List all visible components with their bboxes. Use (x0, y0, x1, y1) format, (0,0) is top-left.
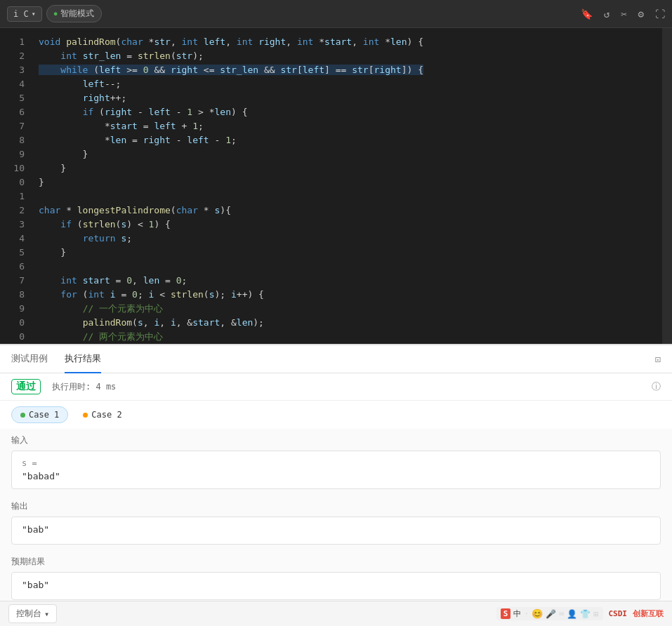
bottom-panel: 测试用例 执行结果 ⊡ 通过 执行用时: 4 ms ⓘ Case 1 Case … (0, 344, 672, 626)
expected-section: 预期结果 "bab" (0, 550, 672, 601)
bottom-footer: 控制台 ▾ S 中 · 😊 🎤 ⌨ 👤 👕 ⊞ CSDI 创新互联 (0, 601, 672, 626)
ime-toolbar: S 中 · 😊 🎤 ⌨ 👤 👕 ⊞ (496, 607, 603, 620)
code-line-11: } (39, 177, 44, 187)
csdi-logo: CSDI (609, 609, 628, 618)
panel-content: 通过 执行用时: 4 ms ⓘ Case 1 Case 2 输入 s = "ba… (0, 373, 672, 601)
case-tabs: Case 1 Case 2 (0, 401, 672, 429)
code-line-9: } (39, 149, 88, 159)
case-1-label: Case 1 (29, 410, 59, 420)
panel-tabs: 测试用例 执行结果 ⊡ (0, 345, 672, 373)
ime-person-icon: 👤 (567, 609, 577, 619)
ime-dot-icon: · (524, 609, 529, 618)
chuanxin-logo: 创新互联 (633, 608, 664, 619)
code-line-4: left--; (39, 79, 121, 89)
smart-mode-button[interactable]: 智能模式 (46, 5, 102, 22)
expected-value: "bab" (22, 580, 650, 590)
expand-icon[interactable]: ⛶ (655, 8, 665, 20)
scissors-icon[interactable]: ✂ (621, 8, 626, 20)
expected-label: 预期结果 (11, 556, 661, 568)
ime-shirt-icon: 👕 (580, 609, 591, 619)
chevron-down-icon: ▾ (32, 10, 36, 18)
ime-keyboard-icon: ⌨ (559, 609, 564, 619)
console-button[interactable]: 控制台 ▾ (8, 604, 57, 623)
status-bar: 通过 执行用时: 4 ms ⓘ (0, 373, 672, 401)
output-box: "bab" (11, 517, 661, 545)
tab-execution-result[interactable]: 执行结果 (65, 345, 101, 373)
toolbar: i C ▾ 智能模式 🔖 ↺ ✂ ⚙ ⛶ (0, 0, 672, 28)
code-line-1: void palindRom(char *str, int left, int … (39, 36, 423, 47)
console-label: 控制台 (16, 608, 41, 620)
code-line-19: for (int i = 0; i < strlen(s); i++) { (39, 289, 264, 300)
code-line-3: while (left >= 0 && right <= str_len && … (39, 65, 423, 75)
code-line-14: if (strlen(s) < 1) { (39, 219, 171, 229)
execution-time: 执行用时: 4 ms (52, 381, 116, 393)
editor-area: 1 2 3 4 5 6 7 8 9 10 0 1 2 3 4 5 6 7 8 9… (0, 28, 672, 344)
editor-scrollbar[interactable] (662, 28, 672, 344)
bookmark-icon[interactable]: 🔖 (581, 8, 593, 20)
case-tab-1[interactable]: Case 1 (11, 406, 68, 423)
code-line-13: char * longestPalindrome(char * s){ (39, 205, 231, 215)
code-line-21: palindRom(s, i, i, &start, &len); (39, 317, 264, 328)
case-tab-2[interactable]: Case 2 (74, 406, 131, 423)
code-line-6: if (right - left - 1 > *len) { (39, 107, 247, 117)
code-line-5: right++; (39, 93, 126, 103)
code-line-8: *len = right - left - 1; (39, 135, 237, 145)
output-section: 输出 "bab" (0, 495, 672, 550)
input-value: "babad" (22, 471, 650, 481)
code-line-22: // 两个元素为中心 (39, 331, 163, 342)
line-numbers: 1 2 3 4 5 6 7 8 9 10 0 1 2 3 4 5 6 7 8 9… (0, 28, 32, 344)
case-1-dot (20, 413, 25, 418)
input-label: 输入 (11, 434, 661, 446)
ime-s-icon: S (501, 608, 511, 619)
input-section: 输入 s = "babad" (0, 429, 672, 495)
code-line-15: return s; (39, 233, 132, 244)
code-line-2: int str_len = strlen(str); (39, 51, 204, 61)
settings-icon[interactable]: ⚙ (638, 8, 644, 20)
ime-mic-icon: 🎤 (546, 609, 556, 619)
ime-grid-icon: ⊞ (593, 609, 598, 619)
smart-mode-label: 智能模式 (60, 8, 94, 20)
info-icon[interactable]: ⓘ (652, 380, 661, 393)
ime-zh-icon: 中 (513, 608, 521, 619)
code-editor[interactable]: void palindRom(char *str, int left, int … (32, 28, 662, 344)
ime-emoji-icon: 😊 (532, 608, 543, 619)
tab-test-cases[interactable]: 测试用例 (11, 345, 48, 373)
pass-badge: 通过 (11, 379, 41, 394)
code-line-20: // 一个元素为中心 (39, 303, 163, 314)
language-selector[interactable]: i C ▾ (7, 6, 42, 22)
code-line-7: *start = left + 1; (39, 121, 204, 131)
expected-box: "bab" (11, 572, 661, 600)
refresh-icon[interactable]: ↺ (604, 8, 610, 20)
lang-label: i C (13, 9, 29, 19)
input-variable: s = (22, 458, 650, 468)
toolbar-left: i C ▾ 智能模式 (7, 5, 102, 22)
code-line-16: } (39, 247, 66, 258)
code-line-18: int start = 0, len = 0; (39, 275, 187, 286)
panel-collapse-icon[interactable]: ⊡ (655, 354, 661, 365)
case-2-label: Case 2 (91, 410, 121, 420)
console-chevron-icon: ▾ (44, 609, 49, 619)
input-box: s = "babad" (11, 451, 661, 489)
code-line-10: } (39, 163, 66, 173)
logo-area: S 中 · 😊 🎤 ⌨ 👤 👕 ⊞ CSDI 创新互联 (496, 607, 664, 620)
toolbar-right: 🔖 ↺ ✂ ⚙ ⛶ (581, 8, 665, 20)
output-label: 输出 (11, 500, 661, 512)
output-value: "bab" (22, 524, 650, 535)
case-2-dot (83, 413, 88, 418)
